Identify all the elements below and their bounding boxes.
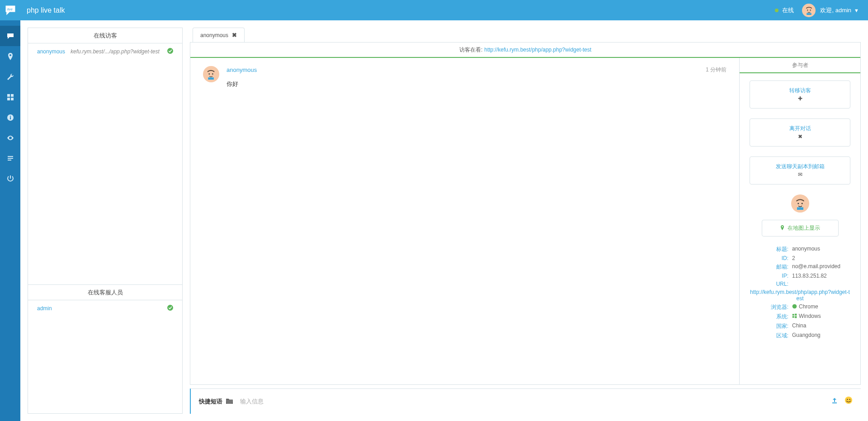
svg-rect-13 — [8, 158, 13, 159]
info-val-url-empty — [790, 281, 850, 287]
sidebar-icon-info[interactable] — [0, 107, 20, 128]
leave-label: 离开对话 — [789, 125, 811, 132]
quick-phrases-label[interactable]: 快捷短语 — [199, 397, 222, 406]
info-val-country: China — [790, 322, 850, 330]
smile-icon[interactable] — [844, 396, 853, 407]
message-text: 你好 — [226, 80, 726, 88]
main-column: anonymous ✖ 访客在看: http://kefu.rym.best/p… — [190, 20, 868, 421]
show-on-map-button[interactable]: 在地图上显示 — [762, 220, 839, 237]
svg-point-15 — [167, 48, 173, 54]
info-key-ip: IP: — [750, 273, 790, 279]
chrome-icon — [792, 304, 797, 310]
sidebar-icon-bars[interactable] — [0, 148, 20, 168]
svg-point-24 — [847, 399, 848, 400]
svg-point-23 — [845, 397, 852, 404]
chat-tab-label: anonymous — [200, 32, 228, 38]
online-agents-panel: 在线客服人员 admin — [28, 284, 183, 414]
upload-icon[interactable] — [831, 397, 838, 406]
details-panel: 参与者 转移访客 ✚ 离开对话 ✖ 发送聊天副本到邮箱 ✉ — [739, 58, 860, 384]
lists-column: 在线访客 anonymous kefu.rym.best/.../app.php… — [20, 20, 190, 421]
transfer-label: 转移访客 — [789, 87, 811, 94]
svg-rect-18 — [793, 314, 794, 315]
close-icon[interactable]: ✖ — [232, 32, 237, 38]
svg-rect-19 — [795, 314, 797, 316]
message-time: 1 分钟前 — [706, 66, 726, 74]
message-avatar — [203, 66, 219, 82]
sidebar-icon-power[interactable] — [0, 168, 20, 189]
agent-name: admin — [37, 305, 162, 312]
messages-area: anonymous 1 分钟前 你好 — [190, 58, 739, 384]
message-sender: anonymous — [226, 66, 706, 73]
info-key-browser: 浏览器: — [750, 303, 790, 311]
leave-chat-button[interactable]: 离开对话 ✖ — [750, 118, 850, 147]
logo: live — [0, 0, 20, 20]
info-key-id: ID: — [750, 255, 790, 261]
info-val-ip: 113.83.251.82 — [790, 273, 850, 279]
online-visitors-panel: 在线访客 anonymous kefu.rym.best/.../app.php… — [28, 28, 183, 285]
online-agents-header: 在线客服人员 — [28, 285, 182, 300]
compose-bar: 快捷短语 — [190, 388, 861, 414]
chat-tab[interactable]: anonymous ✖ — [193, 28, 245, 42]
info-key-email: 邮箱: — [750, 263, 790, 271]
user-avatar[interactable] — [802, 4, 816, 17]
visitor-avatar-large — [750, 194, 850, 213]
viewing-url[interactable]: http://kefu.rym.best/php/app.php?widget-… — [484, 47, 591, 53]
svg-rect-14 — [8, 160, 11, 161]
message-input[interactable] — [240, 398, 825, 405]
visitor-page: kefu.rym.best/.../app.php?widget-test — [71, 48, 167, 55]
transfer-visitor-button[interactable]: 转移访客 ✚ — [750, 80, 850, 109]
topbar: live php live talk 在线 欢迎, admin ▼ — [0, 0, 868, 20]
sidebar-icon-location[interactable] — [0, 46, 20, 66]
sidebar-icon-chat[interactable] — [0, 26, 20, 46]
status-dot-icon — [775, 9, 778, 12]
email-label: 发送聊天副本到邮箱 — [776, 163, 825, 170]
svg-rect-8 — [11, 98, 14, 100]
online-visitors-header: 在线访客 — [28, 28, 182, 43]
check-icon — [167, 48, 173, 55]
svg-rect-20 — [793, 316, 794, 317]
info-val-browser: Chrome — [790, 303, 850, 311]
svg-rect-11 — [10, 116, 11, 117]
info-val-title: anonymous — [790, 246, 850, 253]
info-val-id: 2 — [790, 255, 850, 261]
svg-rect-22 — [832, 402, 837, 403]
info-key-region: 区域: — [750, 332, 790, 340]
details-title: 参与者 — [740, 58, 860, 73]
sidebar-icon-grid[interactable] — [0, 87, 20, 107]
status-text[interactable]: 在线 — [782, 6, 794, 14]
info-val-os: Windows — [790, 313, 850, 321]
icon-sidebar — [0, 20, 20, 421]
info-val-email: no@e.mail.provided — [790, 263, 850, 271]
svg-rect-12 — [8, 156, 13, 157]
visitor-viewing-bar: 访客在看: http://kefu.rym.best/php/app.php?w… — [190, 43, 860, 58]
svg-point-16 — [167, 305, 173, 311]
mail-icon: ✉ — [753, 170, 847, 179]
close-icon: ✖ — [753, 132, 847, 141]
info-val-url[interactable]: http://kefu.rym.best/php/app.php?widget-… — [750, 289, 850, 302]
svg-point-25 — [849, 399, 850, 400]
chat-tabs: anonymous ✖ — [190, 28, 868, 42]
visitor-row[interactable]: anonymous kefu.rym.best/.../app.php?widg… — [28, 43, 182, 60]
svg-rect-5 — [7, 94, 10, 97]
sidebar-icon-wrench[interactable] — [0, 66, 20, 87]
map-pin-icon — [780, 225, 785, 232]
info-key-os: 系统: — [750, 313, 790, 321]
viewing-label: 访客在看: — [459, 46, 482, 54]
folder-icon[interactable] — [226, 398, 233, 405]
svg-rect-21 — [795, 316, 797, 318]
check-icon — [167, 305, 173, 312]
visitor-name: anonymous — [37, 48, 65, 55]
sidebar-icon-eye[interactable] — [0, 128, 20, 148]
welcome-text: 欢迎, admin — [820, 6, 851, 14]
svg-text:live: live — [7, 7, 13, 11]
agent-row[interactable]: admin — [28, 300, 182, 317]
info-val-region: Guangdong — [790, 332, 850, 340]
info-key-country: 国家: — [750, 322, 790, 330]
map-label: 在地图上显示 — [788, 224, 820, 232]
visitor-info: 标题:anonymous ID:2 邮箱:no@e.mail.provided … — [750, 245, 850, 341]
message: anonymous 1 分钟前 你好 — [203, 66, 726, 88]
svg-point-17 — [793, 304, 797, 309]
email-transcript-button[interactable]: 发送聊天副本到邮箱 ✉ — [750, 156, 850, 184]
svg-rect-6 — [11, 94, 14, 97]
chevron-down-icon[interactable]: ▼ — [854, 8, 859, 13]
